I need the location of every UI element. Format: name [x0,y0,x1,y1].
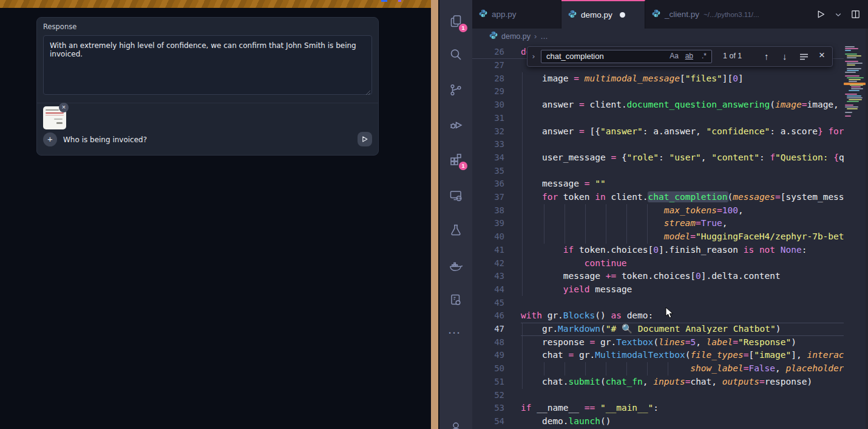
line-number: 42 [472,257,521,270]
toggle-replace-chevron[interactable]: › [531,52,536,61]
activity-account-icon[interactable] [449,420,463,429]
previous-match-button[interactable]: ↑ [764,51,769,61]
code-line: 40 model="HuggingFaceH4/zephyr-7b-beta [472,230,844,244]
response-textbox[interactable]: With an extremely high level of confiden… [43,35,372,95]
add-file-button[interactable]: + [43,132,57,146]
minimap-line [845,94,857,95]
minimap-line [847,77,864,78]
pane-divider[interactable] [431,0,438,429]
activity-task-settings-icon[interactable] [449,293,463,307]
minimap-line [847,63,863,64]
activity-search-icon[interactable] [449,47,463,62]
gradio-app-pane: Response With an extremely high level of… [0,0,431,429]
composer-input[interactable]: Who is being invoiced? [63,136,147,144]
top-bar-accent-dot [398,0,401,2]
code-line: 39 stream=True, [472,217,844,230]
minimap-line [851,86,861,88]
line-number: 48 [472,336,521,349]
regex-toggle[interactable]: .* [702,52,707,60]
minimap-line [847,70,859,71]
minimap-line [849,90,860,91]
line-number: 38 [472,204,521,218]
minimap-line [845,50,851,51]
minimap-line [847,97,863,98]
activity-explorer-icon[interactable]: 1 [449,14,463,29]
line-number: 35 [472,165,521,178]
line-number: 44 [472,283,521,297]
find-input[interactable]: chat_completion Aa ab .* [541,50,712,63]
find-in-selection-button[interactable] [799,52,809,63]
code-line: 49 chat = gr.MultimodalTextbox(file_type… [472,349,844,362]
code-line: 46with gr.Blocks() as demo: [472,309,844,323]
minimap-line [849,81,857,82]
code-line: 50 show_label=False, placeholder= [472,362,844,376]
close-find-button[interactable]: × [819,49,825,61]
minimap-line [847,57,856,58]
find-results-count: 1 of 1 [723,52,742,60]
line-number: 46 [472,309,521,323]
code-line-text: if token.choices[0].finish_reason is not… [521,245,807,255]
screenshot-root: Response With an extremely high level of… [0,0,868,429]
code-line: 51 chat.submit(chat_fn, inputs=chat, out… [472,376,844,389]
minimap-line [847,101,859,102]
line-number: 33 [472,138,521,151]
line-number: 36 [472,177,521,191]
line-number: 51 [472,376,521,389]
minimap-line [850,84,863,86]
panel-divider [37,103,378,103]
minimap-line [847,68,861,69]
code-line-text: answer = client.document_question_answer… [521,100,844,109]
editor-scrollbar[interactable] [866,29,868,429]
activity-run-debug-icon[interactable] [449,117,463,132]
activity-test-beaker-icon[interactable] [449,223,463,238]
code-line-text: message = "" [521,179,606,188]
activity-remote-explorer-icon[interactable] [449,188,463,203]
code-line: 53if __name__ == "__main__": [472,402,844,415]
whole-word-toggle[interactable]: ab [685,52,693,60]
split-editor-button[interactable] [850,9,861,19]
line-number: 53 [472,402,521,415]
line-number: 39 [472,217,521,230]
minimap-line [845,46,855,47]
code-line: 45 [472,297,844,310]
code-line-text: image = multimodal_message["files"][0] [521,74,744,83]
code-line: 33 [472,138,844,151]
code-line-text: user_message = {"role": "user", "content… [521,153,844,162]
minimap-line [849,79,861,80]
line-number: 29 [472,85,521,98]
minimap[interactable] [844,43,866,201]
match-case-toggle[interactable]: Aa [670,52,679,60]
code-line-text: max_tokens=100, [521,205,744,215]
line-number: 47 [472,323,521,336]
find-input-value: chat_completion [546,52,604,61]
code-line: 35 [472,165,844,178]
minimap-line [845,112,852,113]
minimap-line [845,53,857,55]
minimap-line [845,106,858,108]
activity-badge: 1 [459,24,467,32]
send-button[interactable] [358,132,372,146]
response-label: Response [43,22,76,31]
code-line-text: demo.launch() [521,416,611,426]
remove-attachment-button[interactable]: × [59,103,69,112]
response-panel: Response With an extremely high level of… [36,17,379,156]
activity-docker-icon[interactable] [449,258,463,273]
code-line-text: if __name__ == "__main__": [521,403,659,413]
line-number: 52 [472,389,521,402]
code-line: 52 [472,389,844,402]
activity-more-icon[interactable]: ··· [449,328,463,342]
activity-badge: 1 [459,162,467,170]
code-line: 42 continue [472,257,844,270]
editor-group: app.pydemo.py_client.py~/.../python3.11/… [472,0,868,429]
code-line-text: chat = gr.MultimodalTextbox(file_types=[… [521,350,844,360]
minimap-line [845,105,853,106]
activity-extensions-icon[interactable]: 1 [449,152,463,166]
send-triangle-icon [361,135,369,143]
code-line: 43 message += token.choices[0].delta.con… [472,270,844,283]
resize-grip-icon[interactable] [365,90,371,95]
minimap-line [847,64,855,66]
window-top-bar [0,0,431,8]
activity-source-control-icon[interactable] [449,83,463,97]
next-match-button[interactable]: ↓ [782,51,787,61]
line-number: 26 [472,46,521,59]
